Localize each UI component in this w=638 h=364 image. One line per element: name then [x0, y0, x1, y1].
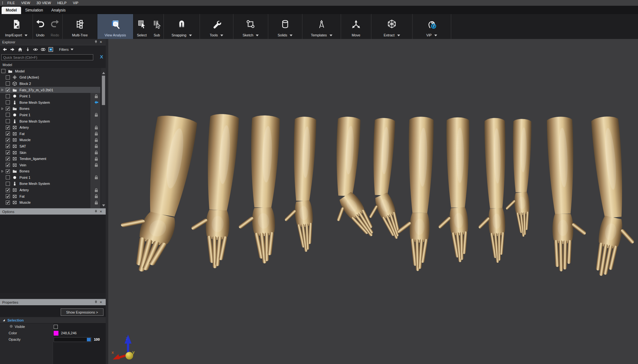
- scrollbar-down-icon[interactable]: [101, 203, 106, 208]
- sub-button[interactable]: Sub: [150, 14, 163, 39]
- close-icon[interactable]: ✕: [98, 209, 103, 214]
- tree-checkbox[interactable]: [6, 175, 10, 179]
- arm-model-12[interactable]: [578, 115, 638, 284]
- tree-checkbox[interactable]: [6, 157, 10, 161]
- tree-row-fat[interactable]: Fat: [0, 193, 100, 200]
- scrollbar-thumb[interactable]: [102, 76, 105, 105]
- tab-model[interactable]: Model: [2, 7, 21, 14]
- menu-item-view[interactable]: VIEW: [18, 1, 33, 5]
- collapse-box-icon[interactable]: [48, 47, 54, 52]
- tab-simulation[interactable]: Simulation: [21, 7, 47, 14]
- dropdown-arrow-icon[interactable]: [330, 33, 332, 37]
- tree-expander-icon[interactable]: [1, 169, 6, 173]
- dropdown-arrow-icon[interactable]: [397, 33, 400, 37]
- slider-handle[interactable]: [87, 338, 91, 341]
- dropdown-arrow-icon[interactable]: [220, 33, 223, 37]
- vip-button[interactable]: ViP: [413, 14, 451, 39]
- tree-checkbox[interactable]: [6, 163, 10, 167]
- tree-checkbox[interactable]: [6, 107, 10, 111]
- extract-button[interactable]: Extract: [371, 14, 412, 39]
- tree-checkbox[interactable]: [1, 69, 5, 73]
- tree-checkbox[interactable]: [6, 182, 10, 186]
- sketch-button[interactable]: Sketch: [233, 14, 268, 39]
- tree-checkbox[interactable]: [6, 144, 10, 148]
- multi-tree-button[interactable]: Multi-Tree: [63, 14, 97, 39]
- menu-item-vip[interactable]: ViP: [70, 1, 81, 5]
- eye-icon[interactable]: [32, 47, 38, 52]
- tree-row-model[interactable]: Model: [0, 68, 100, 74]
- search-input[interactable]: [1, 54, 93, 60]
- tree-checkbox[interactable]: [6, 194, 10, 198]
- tree-row-vein[interactable]: Vein: [0, 162, 100, 168]
- tree-row-tendon-ligament[interactable]: Tendon_ligament: [0, 155, 100, 162]
- arm-model-3[interactable]: [235, 115, 282, 266]
- tree-row-block-2[interactable]: Block 2: [0, 80, 100, 87]
- dropdown-arrow-icon[interactable]: [189, 33, 192, 37]
- back-arrow-icon[interactable]: [2, 47, 8, 52]
- tree-row-grid-active-[interactable]: Grid (Active): [0, 74, 100, 81]
- tree-expander-icon[interactable]: [1, 107, 6, 110]
- home-icon[interactable]: [17, 47, 23, 52]
- close-icon[interactable]: ✕: [98, 300, 103, 305]
- tree-checkbox[interactable]: [6, 81, 10, 86]
- tree-expander-icon[interactable]: [1, 88, 6, 92]
- tree-row-fat[interactable]: Fat: [0, 131, 100, 137]
- imp-export-button[interactable]: Imp/Export: [0, 14, 33, 39]
- tools-button[interactable]: Tools: [200, 14, 233, 39]
- tree-scrollbar[interactable]: [101, 68, 106, 208]
- pin-icon[interactable]: [93, 209, 98, 214]
- tree-row-bones[interactable]: Bones: [0, 168, 100, 175]
- scrollbar-up-icon[interactable]: [101, 71, 106, 75]
- dropdown-arrow-icon[interactable]: [256, 33, 259, 37]
- down-arrow-icon[interactable]: [25, 47, 31, 52]
- dropdown-arrow-icon[interactable]: [290, 33, 292, 37]
- tree-row-point-1[interactable]: Point 1: [0, 112, 100, 118]
- tree-row-muscle[interactable]: Muscle: [0, 137, 100, 143]
- menu-item-help[interactable]: HELP: [54, 1, 70, 5]
- tree-checkbox[interactable]: [6, 132, 10, 136]
- tree-row-bone-mesh-system[interactable]: Bone Mesh System: [0, 181, 100, 187]
- close-icon[interactable]: ✕: [98, 40, 103, 45]
- redo-button[interactable]: Redo: [48, 14, 62, 39]
- tree-checkbox[interactable]: [6, 75, 10, 80]
- viewport-3d[interactable]: xyz: [108, 39, 638, 364]
- tree-checkbox[interactable]: [6, 169, 10, 173]
- menu-item-3d-view[interactable]: 3D VIEW: [33, 1, 54, 5]
- tree-checkbox[interactable]: [6, 150, 10, 155]
- opacity-slider[interactable]: [54, 337, 91, 342]
- dropdown-arrow-icon[interactable]: [25, 33, 27, 37]
- tree-row-bones[interactable]: Bones: [0, 106, 100, 112]
- tree-checkbox[interactable]: [6, 113, 10, 117]
- arm-model-7[interactable]: [396, 116, 434, 271]
- scene-3d[interactable]: xyz: [108, 39, 638, 364]
- show-expressions-button[interactable]: Show Expressions >: [61, 308, 103, 316]
- templates-button[interactable]: Templates: [302, 14, 341, 39]
- solids-button[interactable]: Solids: [268, 14, 302, 39]
- search-clear-button[interactable]: X: [100, 54, 103, 59]
- tree-row-skin[interactable]: Skin: [0, 149, 100, 156]
- arm-model-1[interactable]: [108, 109, 198, 278]
- tree-row-bone-mesh-system[interactable]: Bone Mesh System: [0, 118, 100, 125]
- tree-row-artery[interactable]: Artery: [0, 124, 100, 131]
- link-icon[interactable]: [40, 47, 46, 52]
- tree-row-sat[interactable]: SAT: [0, 143, 100, 149]
- tree-row-bone-mesh-system[interactable]: Bone Mesh System: [0, 99, 100, 106]
- undo-button[interactable]: Undo: [33, 14, 48, 39]
- tree-row-artery[interactable]: Artery: [0, 187, 100, 193]
- forward-arrow-icon[interactable]: [9, 47, 15, 52]
- arm-model-8[interactable]: [437, 118, 470, 264]
- arm-model-10[interactable]: [504, 119, 534, 239]
- filters-button[interactable]: Filters: [59, 48, 73, 51]
- arm-model-9[interactable]: [476, 118, 508, 264]
- tree-row-fats-37y-m-v3-2b01[interactable]: Fats_37y_m_v3.2b01: [0, 87, 100, 93]
- tree-checkbox[interactable]: [6, 188, 10, 192]
- pin-icon[interactable]: [93, 40, 98, 45]
- panel-splitter[interactable]: [106, 39, 108, 364]
- tab-analysis[interactable]: Analysis: [47, 7, 70, 14]
- color-swatch[interactable]: [54, 331, 58, 336]
- visible-checkbox[interactable]: [54, 325, 58, 329]
- snapping-button[interactable]: Snapping: [164, 14, 200, 39]
- view-analysis-button[interactable]: View Analysis: [97, 14, 133, 39]
- pin-icon[interactable]: [93, 300, 98, 305]
- tree-checkbox[interactable]: [6, 94, 10, 98]
